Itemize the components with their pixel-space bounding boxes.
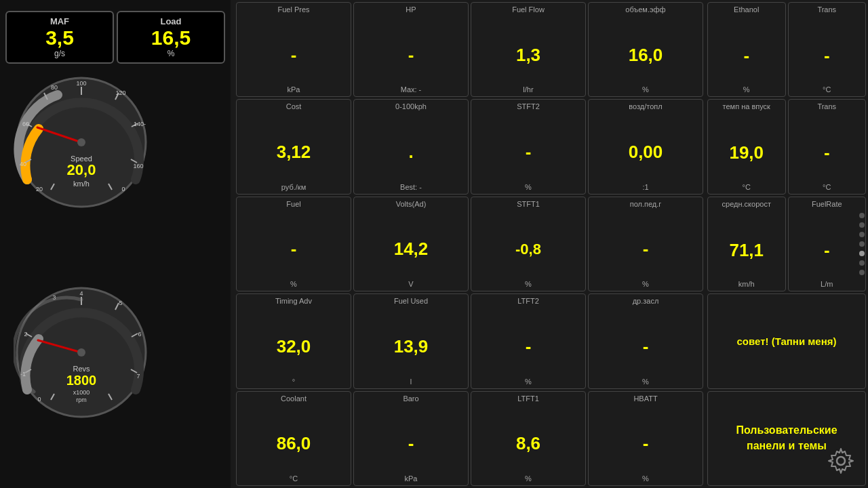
cell-pedal-label: пол.пед.г (591, 200, 700, 208)
svg-point-20 (77, 138, 85, 146)
cell-baro-value: - (408, 433, 414, 454)
gear-icon (827, 447, 854, 474)
cell-fuel-pres-value: - (291, 45, 297, 66)
cell-ltft1[interactable]: LTFT1 8,6 % (471, 391, 586, 486)
cell-baro[interactable]: Baro - kPa (353, 391, 469, 486)
cell-hp-value: - (408, 45, 414, 66)
svg-point-42 (77, 348, 85, 357)
speed-gauge-svg: 100 120 140- 160 80 60 40 20 0 Speed 20,… (14, 75, 149, 210)
cell-ltft2-label: LTFT2 (474, 297, 583, 305)
scroll-dots (859, 213, 865, 275)
cell-trans-2-unit: °C (823, 183, 831, 191)
cell-hp-unit: Max: - (401, 85, 422, 94)
cell-fuel-flow-label: Fuel Flow (474, 5, 583, 14)
cell-coolant-label: Coolant (239, 394, 348, 403)
scroll-dot-4[interactable] (859, 241, 865, 247)
cell-ethanol-value: - (743, 45, 749, 66)
cell-fuel-pres[interactable]: Fuel Pres - kPa (236, 2, 351, 97)
cell-fuel[interactable]: Fuel - % (236, 197, 351, 291)
scroll-dot-2[interactable] (859, 222, 865, 228)
cell-0-100-unit: Best: - (400, 183, 422, 191)
scroll-dot-3[interactable] (859, 232, 865, 237)
cell-fuel-flow[interactable]: Fuel Flow 1,3 l/hr (471, 2, 586, 97)
cell-stft1[interactable]: STFT1 -0,8 % (471, 197, 586, 291)
cell-stft2-unit: % (525, 183, 532, 191)
scroll-dot-7[interactable] (859, 270, 865, 275)
cell-pedal-unit: % (642, 280, 649, 288)
cell-fuel-flow-unit: l/hr (523, 85, 533, 94)
scroll-dot-1[interactable] (859, 213, 865, 218)
cell-fuel-value: - (291, 239, 297, 260)
cell-pedal[interactable]: пол.пед.г - % (588, 197, 703, 291)
svg-text:Revs: Revs (73, 365, 90, 373)
svg-text:7: 7 (136, 373, 140, 380)
cell-stft2[interactable]: STFT2 - % (471, 99, 586, 194)
svg-text:60: 60 (22, 121, 29, 127)
data-grid: Fuel Pres - kPa HP - Max: - Fuel Flow 1,… (234, 0, 705, 488)
cell-trans-1[interactable]: Trans - °C (788, 2, 867, 97)
top-boxes: MAF 3,5 g/s Load 16,5 % (0, 5, 231, 69)
cell-fuel-label: Fuel (239, 200, 348, 208)
cell-afr[interactable]: возд/топл 0,00 :1 (588, 99, 703, 194)
cell-volts[interactable]: Volts(Ad) 14,2 V (353, 197, 469, 291)
cell-cost-label: Cost (239, 102, 348, 110)
cell-intake-temp-value: 19,0 (729, 142, 764, 163)
cell-fuel-used[interactable]: Fuel Used 13,9 l (353, 293, 469, 388)
cell-stft2-label: STFT2 (474, 102, 583, 110)
svg-text:km/h: km/h (73, 180, 90, 188)
main-screen: MAF 3,5 g/s Load 16,5 % (0, 0, 868, 488)
right-row-4: совет! (Тапни меня) (707, 293, 866, 388)
cell-coolant[interactable]: Coolant 86,0 °C (236, 391, 351, 486)
cell-volts-value: 14,2 (394, 239, 429, 260)
svg-text:2: 2 (24, 331, 27, 338)
load-box[interactable]: Load 16,5 % (117, 11, 225, 64)
cell-fuel-pres-unit: kPa (288, 85, 300, 94)
cell-throttle-value: - (643, 336, 649, 357)
cell-intake-temp[interactable]: темп на впуск 19,0 °C (707, 99, 786, 194)
cell-0-100[interactable]: 0-100kph . Best: - (353, 99, 469, 194)
cell-ltft1-label: LTFT1 (474, 394, 583, 403)
scroll-dot-6[interactable] (859, 260, 865, 266)
cell-hbatt-label: HBATT (591, 394, 700, 403)
svg-text:20,0: 20,0 (67, 161, 96, 178)
cell-fuel-rate[interactable]: FuelRate - L/m (788, 197, 867, 291)
maf-label: MAF (9, 16, 110, 26)
cell-hp[interactable]: HP - Max: - (353, 2, 469, 97)
cell-vol-eff[interactable]: объем.эфф 16,0 % (588, 2, 703, 97)
load-value: 16,5 (121, 26, 221, 49)
right-row-3: средн.скорост 71,1 km/h FuelRate - L/m (707, 197, 866, 291)
cell-ltft2[interactable]: LTFT2 - % (471, 293, 586, 388)
maf-box[interactable]: MAF 3,5 g/s (5, 11, 114, 64)
cell-avg-speed[interactable]: средн.скорост 71,1 km/h (707, 197, 786, 291)
cell-ethanol[interactable]: Ethanol - % (707, 2, 786, 97)
cell-baro-unit: kPa (405, 474, 418, 483)
cell-hbatt[interactable]: HBATT - % (588, 391, 703, 486)
tip-text: совет! (Тапни меня) (732, 331, 840, 351)
cell-trans-2[interactable]: Trans - °C (788, 99, 867, 194)
svg-text:120: 120 (115, 89, 125, 96)
cell-vol-eff-value: 16,0 (629, 45, 663, 66)
maf-value: 3,5 (9, 26, 110, 49)
cell-trans-1-label: Trans (791, 5, 863, 14)
cell-throttle[interactable]: др.засл - % (588, 293, 703, 388)
cell-coolant-unit: °C (290, 474, 298, 483)
cell-trans-2-label: Trans (791, 102, 863, 110)
cell-trans-1-value: - (824, 45, 830, 66)
settings-button[interactable] (824, 444, 858, 478)
load-unit: % (121, 49, 221, 58)
cell-stft2-value: - (526, 142, 532, 163)
cell-pedal-value: - (643, 239, 649, 260)
cell-stft1-value: -0,8 (515, 241, 541, 258)
cell-timing[interactable]: Timing Adv 32,0 ° (236, 293, 351, 388)
svg-text:100: 100 (76, 80, 86, 87)
maf-unit: g/s (9, 49, 110, 58)
cell-fuel-unit: % (290, 280, 297, 288)
scroll-dot-5[interactable] (859, 251, 865, 256)
cell-cost[interactable]: Cost 3,12 руб./км (236, 99, 351, 194)
cell-trans-1-unit: °C (823, 85, 831, 94)
tip-cell[interactable]: совет! (Тапни меня) (707, 293, 866, 388)
cell-intake-temp-unit: °C (743, 183, 751, 191)
cell-fuel-rate-label: FuelRate (791, 200, 863, 208)
gauge-panel: MAF 3,5 g/s Load 16,5 % (0, 0, 231, 488)
cell-afr-value: 0,00 (629, 142, 663, 163)
